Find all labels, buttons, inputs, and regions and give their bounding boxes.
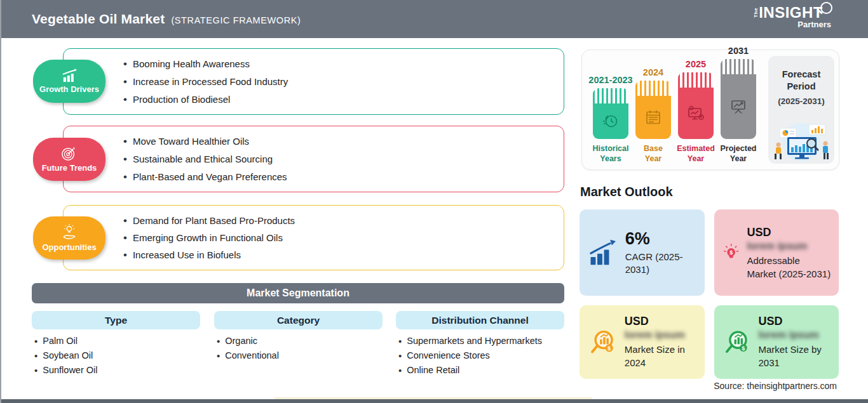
analytics-people-illustration [771,119,832,161]
footer-bar [1,399,868,403]
bar-body [635,96,671,139]
svg-text:$: $ [607,345,611,352]
infographic-page: Vegetable Oil Market (STRATEGIC FRAMEWOR… [0,0,868,403]
research-timeline-panel: 2021-2023 Historical Year [581,50,839,170]
bar-chart-rising-icon [60,69,79,83]
bar-year-label: 2031 [728,46,749,56]
list-item: Increase in Processed Food Industry [123,76,557,87]
distribution-list: Supermarkets and Hypermarkets Convenienc… [396,336,564,375]
timeline-bar-projected: 2031 Projected Year [721,46,756,164]
bar [593,88,628,139]
badge-label: Growth Drivers [39,84,99,94]
list-item: Move Toward Healthier Oils [123,136,557,147]
forecast-period-label: Forecast Period [777,69,825,93]
logo-the-text: The [754,8,759,18]
opportunities-box: Demand for Plant Based Pro-Products Emer… [63,205,564,270]
column-header: Category [214,311,383,329]
bar [721,59,756,139]
type-list: Palm Oil Soybean Oil Sunflower Oil [32,336,200,375]
growth-drivers-box: Booming Health Awareness Increase in Pro… [63,48,564,115]
future-trends-list: Move Toward Healthier Oils Sustainable a… [64,126,564,192]
market-size-2031-card: $ USD lorem ipsum Market Size by 2031 [714,305,839,379]
cagr-value: 6% [625,229,697,249]
bar-stripes [635,81,671,96]
list-item: Online Retail [398,365,564,375]
presentation-chart-icon [729,98,747,116]
list-item: Palm Oil [34,336,200,346]
bar-label: Projected Year [721,143,757,164]
bar-label: Estimated Year [677,143,715,164]
redacted-value: lorem ipsum [747,241,831,252]
target-dart-icon [61,146,78,161]
segmentation-column-type: Type Palm Oil Soybean Oil Sunflower Oil [32,311,200,380]
list-item: Conventional [217,350,383,360]
bar-label: Historical Years [593,143,629,164]
timeline-bar-estimated: 2025 Estim [678,59,714,164]
list-item: Sunflower Oil [34,365,200,375]
card-label: Addressable Market (2025-2031) [747,254,831,281]
list-item: Plant-Based and Vegan Preferences [123,171,557,182]
bar [635,81,671,139]
segmentation-title: Market Segmentation [247,287,349,299]
list-item: Convenience Stores [398,350,564,360]
cagr-card: 6% CAGR (2025-2031) [580,209,705,296]
future-trends-badge: Future Trends [33,138,105,181]
bar-stripes [678,72,714,88]
usd-label: USD [625,315,697,328]
badge-label: Opportunities [42,242,96,252]
clock-history-icon [602,112,620,130]
magnifier-ring-icon [820,2,832,14]
column-header: Distribution Channel [396,311,564,329]
growth-drivers-list: Booming Health Awareness Increase in Pro… [64,49,564,114]
timeline-bars: 2021-2023 Historical Year [593,56,756,164]
list-item: Organic [217,336,383,346]
redacted-value: lorem ipsum [759,329,831,341]
addressable-market-card: $ USD lorem ipsum Addressable Market (20… [714,209,839,296]
segmentation-column-category: Category Organic Conventional [214,311,383,365]
list-item: Demand for Plant Based Pro-Products [123,215,557,226]
column-header: Type [32,311,200,329]
list-item: Supermarkets and Hypermarkets [398,336,564,346]
category-list: Organic Conventional [214,336,383,360]
bar-stripes [593,88,628,103]
usd-label: USD [747,226,831,239]
bar-body [593,103,628,139]
insight-partners-logo: The INSIGHT Partners [751,5,832,29]
svg-text:$: $ [729,249,733,256]
magnifier-chart-icon: $ [588,326,617,359]
header-bar: Vegetable Oil Market (STRATEGIC FRAMEWOR… [1,0,868,38]
cagr-label: CAGR (2025-2031) [625,251,697,277]
forecast-period-panel: Forecast Period (2025-2031) [768,56,834,164]
redacted-value: lorem ipsum [625,329,697,341]
svg-text:$: $ [742,345,745,352]
magnifier-chart-icon: $ [723,326,751,359]
opportunities-list: Demand for Plant Based Pro-Products Emer… [64,206,564,270]
hand-lightbulb-icon [61,224,78,241]
market-outlook-title: Market Outlook [580,185,673,199]
monitor-analytics-icon [686,105,705,122]
market-size-2024-card: $ USD lorem ipsum Market Size in 2024 [580,305,705,379]
segmentation-column-distribution: Distribution Channel Supermarkets and Hy… [396,311,564,380]
bar-year-label: 2024 [643,67,663,77]
card-label: Market Size in 2024 [625,343,697,369]
list-item: Soybean Oil [34,350,200,360]
badge-label: Future Trends [42,163,97,173]
source-attribution: Source: theinsightpartners.com [714,381,837,391]
usd-label: USD [759,315,831,328]
market-segmentation-bar: Market Segmentation [32,283,564,303]
list-item: Emerging Growth in Functional Oils [123,232,557,243]
bar-year-label: 2025 [686,59,706,69]
list-item: Increased Use in Biofuels [123,249,557,260]
card-label: Market Size by 2031 [759,343,831,369]
list-item: Sustainable and Ethical Sourcing [123,154,557,164]
page-title: Vegetable Oil Market (STRATEGIC FRAMEWOR… [32,11,301,27]
report-subtitle: (STRATEGIC FRAMEWORK) [171,15,301,25]
timeline-bar-base: 2024 Base [635,67,671,164]
opportunities-badge: Opportunities [33,216,105,260]
logo-insight-text: INSIGHT [759,5,823,20]
bar-body [721,74,756,139]
dollar-lightbulb-icon: $ [723,236,739,269]
list-item: Production of Biodiesel [123,94,557,105]
timeline-bar-historical: 2021-2023 Historical Year [593,75,628,164]
list-item: Booming Health Awareness [123,58,557,69]
